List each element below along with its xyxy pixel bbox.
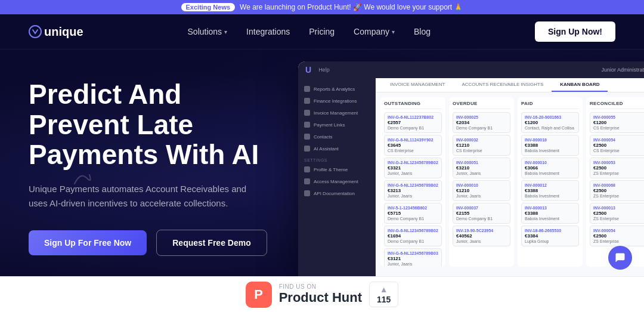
chevron-down-icon: ▾ <box>224 29 227 35</box>
kanban-card[interactable]: INV-19-90-5C23954 €40562 Junior, Jaaris <box>453 225 510 246</box>
signup-free-button[interactable]: Sign Up For Free Now <box>29 230 147 255</box>
kanban-card[interactable]: INV-000051 €3210 Junior, Jaaris <box>453 157 510 178</box>
nav-item-integrations[interactable]: Integrations <box>246 27 290 36</box>
logo[interactable]: unique <box>29 25 83 39</box>
kanban-card[interactable]: INV-G-6-NL112439Y902 €3645 CS Enterprise <box>384 135 442 156</box>
kanban-card[interactable]: INV-5-1-123456B802 €5715 Demo Company B1 <box>384 203 442 224</box>
kanban-card[interactable]: INV-000013 €2500 ZS Enterprise <box>590 203 644 224</box>
kanban-col-paid-header: PAID <box>521 101 579 109</box>
kanban-card[interactable]: INV-000013 €3388 Babola Investment <box>521 203 579 224</box>
mock-tabs: INVOICE MANAGEMENT ACCOUNTS RECEIVABLE I… <box>376 78 644 92</box>
kanban-card[interactable]: INV-000053 €2500 ZS Enterprise <box>590 157 644 178</box>
kanban-card[interactable]: INV-000032 €1210 CS Enterprise <box>453 135 510 156</box>
mock-user-info: Junior Administrator <box>601 67 644 73</box>
nav-link-integrations[interactable]: Integrations <box>246 27 290 36</box>
mock-sidebar-settings-header: Settings <box>298 155 375 163</box>
nav-link-company[interactable]: Company ▾ <box>354 27 395 36</box>
nav-item-company[interactable]: Company ▾ <box>354 27 395 36</box>
kanban-card[interactable]: INV-16-20-9001663 €1200 Contact, Ralph a… <box>521 112 579 133</box>
kanban-card[interactable]: INV-000054 €2500 ZS Enterprise <box>590 225 644 246</box>
kanban-card[interactable]: INV-000068 €2500 ZS Enterprise <box>590 180 644 201</box>
contacts-icon <box>304 134 310 140</box>
kanban-col-reconciled-header: RECONCILED <box>590 101 644 109</box>
announcement-text: We are launching on Product Hunt! 🚀 We w… <box>240 3 463 11</box>
kanban-col-overdue-header: OVERDUE <box>453 101 510 109</box>
chevron-down-icon-2: ▾ <box>392 29 395 35</box>
ai-icon <box>304 146 310 152</box>
demo-button[interactable]: Request Free Demo <box>156 230 267 256</box>
navbar: unique Solutions ▾ Integrations Pricing … <box>0 14 644 50</box>
ph-vote-count: 115 <box>377 295 391 304</box>
ph-product-hunt-title: Product Hunt <box>279 290 362 305</box>
kanban-card[interactable]: INV-G-6-NL123456789B02 €3213 Junior, Jaa… <box>384 180 442 201</box>
kanban-card[interactable]: INV-G-2-NL123456789B02 €3321 Junior, Jaa… <box>384 157 442 178</box>
mock-sidebar-profile[interactable]: Profile & Theme <box>298 163 375 175</box>
kanban-card[interactable]: INV-000018 €3388 Babola Investment <box>521 135 579 156</box>
mock-sidebar-invoice[interactable]: Invoice Management <box>298 107 375 119</box>
mock-sidebar-api[interactable]: API Documentation <box>298 187 375 199</box>
mock-sidebar-contacts[interactable]: Contacts <box>298 131 375 143</box>
access-icon <box>304 178 310 184</box>
profile-icon <box>304 166 310 172</box>
kanban-card[interactable]: INV-G-6-NL123456789B02 €1694 Demo Compan… <box>384 225 442 246</box>
kanban-card[interactable]: INV-000025 €2034 Demo Company B1 <box>453 112 510 133</box>
dashboard-mockup: U Help Junior Administrator Reports & An… <box>298 61 644 276</box>
mock-sidebar-access[interactable]: Access Management <box>298 175 375 187</box>
kanban-card[interactable]: INV-000010 €1210 Junior, Jaaris <box>453 180 510 201</box>
product-hunt-bar[interactable]: P FIND US ON Product Hunt ▲ 115 <box>0 276 644 312</box>
mock-sidebar-payment[interactable]: Payment Links <box>298 119 375 131</box>
kanban-col-paid: PAID INV-16-20-9001663 €1200 Contact, Ra… <box>518 97 583 267</box>
kanban-card[interactable]: INV-000054 €2500 CS Enterprise <box>590 135 644 156</box>
hero-subtitle: Unique Payments automates Account Receiv… <box>29 182 255 211</box>
kanban-card[interactable]: INV-000037 €2155 Demo Company B1 <box>453 203 510 224</box>
mock-help[interactable]: Help <box>318 67 330 73</box>
kanban-card[interactable]: INV-000012 €3388 Babola Investment <box>521 180 579 201</box>
ph-votes[interactable]: ▲ 115 <box>369 282 398 307</box>
chart-icon <box>304 86 310 92</box>
kanban-col-reconciled: RECONCILED INV-000055 €1200 CS Enterpris… <box>586 97 644 267</box>
link-icon <box>304 122 310 128</box>
announcement-bar: Exciting News We are launching on Produc… <box>0 0 644 14</box>
mock-main-content: INVOICE MANAGEMENT ACCOUNTS RECEIVABLE I… <box>376 78 644 276</box>
logo-text: unique <box>44 25 83 39</box>
mock-sidebar-reports[interactable]: Reports & Analytics <box>298 83 375 95</box>
mock-sidebar: Reports & Analytics Finance Integrations… <box>298 78 376 276</box>
chat-icon <box>614 252 626 264</box>
logo-icon <box>29 25 42 38</box>
tab-invoice-management[interactable]: INVOICE MANAGEMENT <box>382 78 453 92</box>
nav-links: Solutions ▾ Integrations Pricing Company… <box>188 27 431 36</box>
signup-button[interactable]: Sign Up Now! <box>535 21 615 42</box>
mock-sidebar-ai[interactable]: AI Assistant <box>298 143 375 155</box>
kanban-card[interactable]: INV-18-86-2665530 €3384 Lupka Group <box>521 225 579 246</box>
mock-sidebar-finance[interactable]: Finance Integrations <box>298 95 375 107</box>
kanban-col-outstanding-header: OUTSTANDING <box>384 101 442 109</box>
kanban-col-overdue: OVERDUE INV-000025 €2034 Demo Company B1… <box>449 97 514 267</box>
svg-point-0 <box>29 26 41 38</box>
api-icon <box>304 190 310 196</box>
kanban-col-outstanding: OUTSTANDING INV-G-6-NL112237B802 €2557 D… <box>380 97 445 267</box>
exciting-badge: Exciting News <box>181 3 236 11</box>
kanban-card[interactable]: INV-G-6-NL123456789B03 €3121 Junior, Jaa… <box>384 248 442 267</box>
tab-ar-insights[interactable]: ACCOUNTS RECEIVABLE INSIGHTS <box>453 78 552 92</box>
chat-widget[interactable] <box>608 246 632 270</box>
ph-find-on-label: FIND US ON <box>279 283 362 290</box>
nav-item-blog[interactable]: Blog <box>414 27 431 36</box>
mock-body: Reports & Analytics Finance Integrations… <box>298 78 644 276</box>
tab-kanban-board[interactable]: KANBAN BOARD <box>552 78 608 92</box>
finance-icon <box>304 98 310 104</box>
mock-logo: U <box>305 65 311 75</box>
nav-item-solutions[interactable]: Solutions ▾ <box>188 27 228 36</box>
kanban-card[interactable]: INV-G-6-NL112237B802 €2557 Demo Company … <box>384 112 442 133</box>
ph-upvote-arrow: ▲ <box>380 285 388 294</box>
product-hunt-logo: P <box>246 282 272 308</box>
nav-link-solutions[interactable]: Solutions ▾ <box>188 27 228 36</box>
product-hunt-text: FIND US ON Product Hunt <box>279 283 362 305</box>
nav-item-pricing[interactable]: Pricing <box>309 27 335 36</box>
nav-link-pricing[interactable]: Pricing <box>309 27 335 36</box>
hero-content: Predict And Prevent Late Payments With A… <box>0 50 310 311</box>
kanban-card[interactable]: INV-000010 €3066 Babola Investment <box>521 157 579 178</box>
nav-link-blog[interactable]: Blog <box>414 27 431 36</box>
hero-section: Predict And Prevent Late Payments With A… <box>0 50 644 311</box>
kanban-card[interactable]: INV-000055 €1200 CS Enterprise <box>590 112 644 133</box>
hero-buttons: Sign Up For Free Now Request Free Demo <box>29 230 281 256</box>
